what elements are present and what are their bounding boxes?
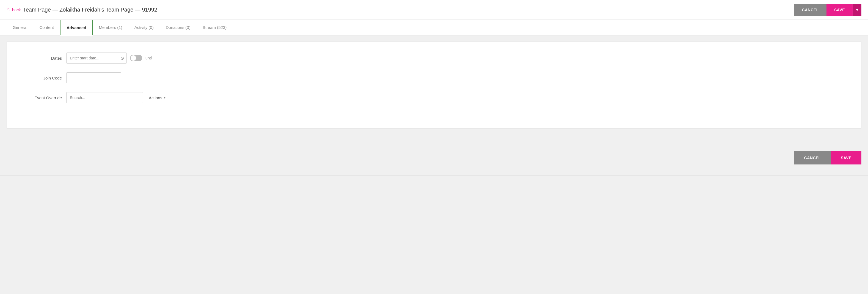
save-dropdown-button[interactable]: ▾: [852, 4, 861, 16]
tab-advanced[interactable]: Advanced: [60, 20, 93, 36]
header-bar: ♡ back Team Page — Zolaikha Freidah's Te…: [0, 0, 868, 20]
until-toggle[interactable]: [130, 55, 142, 61]
join-code-input[interactable]: [66, 72, 121, 83]
tab-general[interactable]: General: [7, 20, 33, 35]
save-dropdown-chevron: ▾: [856, 8, 858, 12]
event-override-form-group: Event Override Actions ▾: [23, 92, 845, 103]
tab-content[interactable]: Content: [33, 20, 60, 35]
tab-donations[interactable]: Donations (0): [160, 20, 196, 35]
cancel-header-button[interactable]: CANCEL: [794, 4, 827, 16]
date-input-wrapper: ⊙: [66, 53, 127, 63]
page-title: Team Page — Zolaikha Freidah's Team Page…: [23, 7, 794, 13]
toggle-slider: [130, 55, 142, 61]
back-link[interactable]: ♡ back: [7, 7, 21, 12]
event-override-label: Event Override: [23, 95, 62, 100]
dates-label: Dates: [23, 56, 62, 60]
save-header-button[interactable]: SAVE: [827, 4, 852, 16]
actions-button[interactable]: Actions ▾: [147, 94, 168, 101]
bottom-separator: [0, 175, 868, 176]
tab-activity[interactable]: Activity (0): [128, 20, 160, 35]
dates-form-group: Dates ⊙ until: [23, 53, 845, 63]
join-code-form-group: Join Code: [23, 72, 845, 83]
cancel-footer-button[interactable]: CANCEL: [794, 151, 831, 165]
main-content: Dates ⊙ until Join Code Event Ov: [0, 36, 868, 146]
save-footer-button[interactable]: SAVE: [831, 151, 861, 165]
content-card: Dates ⊙ until Join Code Event Ov: [7, 41, 861, 129]
dates-controls: ⊙ until: [66, 53, 153, 63]
tabs: General Content Advanced Members (1) Act…: [7, 20, 861, 35]
actions-chevron-icon: ▾: [164, 96, 165, 99]
tab-members[interactable]: Members (1): [93, 20, 128, 35]
footer-actions: CANCEL SAVE: [0, 146, 868, 170]
actions-label: Actions: [149, 95, 162, 100]
join-code-controls: [66, 72, 121, 83]
start-date-input[interactable]: [66, 53, 127, 63]
join-code-label: Join Code: [23, 76, 62, 80]
back-label: back: [12, 7, 21, 12]
header-actions: CANCEL SAVE ▾: [794, 4, 861, 16]
event-override-controls: Actions ▾: [66, 92, 168, 103]
until-label: until: [146, 56, 153, 60]
heart-icon: ♡: [7, 7, 10, 12]
tabs-container: General Content Advanced Members (1) Act…: [0, 20, 868, 36]
event-override-search-input[interactable]: [66, 92, 143, 103]
tab-stream[interactable]: Stream (523): [196, 20, 233, 35]
